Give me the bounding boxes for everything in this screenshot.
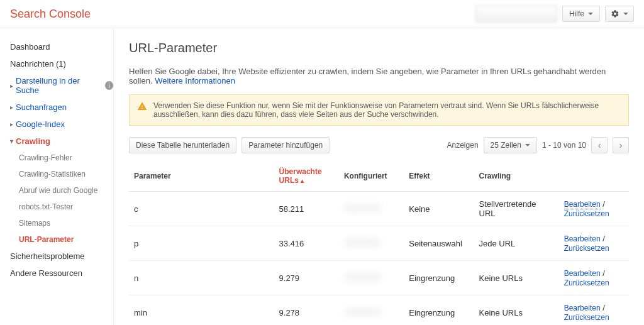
download-table-button[interactable]: Diese Tabelle herunterladen (129, 137, 236, 153)
parameters-table: Parameter Überwachte URLs Konfiguriert E… (129, 161, 629, 325)
settings-button[interactable] (605, 6, 634, 22)
cell-effect: Keine (404, 192, 474, 226)
page-title: URL-Parameter (129, 41, 629, 55)
cell-configured (339, 261, 404, 295)
cell-effect: Eingrenzung (404, 261, 474, 295)
cell-crawling: Stellvertretende URL (474, 192, 559, 226)
pagination-text: 1 - 10 von 10 (542, 141, 586, 150)
edit-link[interactable]: Bearbeiten (564, 234, 601, 243)
cell-param: c (129, 192, 274, 226)
cell-param: min (129, 295, 274, 326)
cell-param: n (129, 261, 274, 295)
table-row: n9.279EingrenzungKeine URLsBearbeiten / … (129, 261, 629, 295)
nav-other-resources[interactable]: Andere Ressourcen (10, 265, 113, 282)
help-button[interactable]: Hilfe (562, 6, 600, 22)
nav-appearance[interactable]: Darstellung in der Suchei (10, 72, 113, 99)
nav-url-parameters[interactable]: URL-Parameter (19, 231, 113, 248)
nav-fetch-as-google[interactable]: Abruf wie durch Google (19, 182, 113, 199)
cell-configured (339, 192, 404, 226)
cell-urls: 9.279 (274, 261, 339, 295)
nav-crawling[interactable]: Crawling (10, 133, 113, 150)
col-effect[interactable]: Effekt (404, 161, 474, 192)
cell-configured (339, 295, 404, 326)
nav-sitemaps[interactable]: Sitemaps (19, 215, 113, 231)
edit-link[interactable]: Bearbeiten (564, 200, 601, 209)
reset-link[interactable]: Zurücksetzen (564, 244, 609, 253)
cell-urls: 9.278 (274, 295, 339, 326)
cell-crawling: Jede URL (474, 226, 559, 261)
site-selector[interactable] (475, 5, 557, 23)
table-row: min9.278EingrenzungKeine URLsBearbeiten … (129, 295, 629, 326)
rows-per-page-select[interactable]: 25 Zeilen (484, 137, 537, 153)
cell-actions: Bearbeiten / Zurücksetzen (559, 192, 629, 226)
header: Search Console Hilfe (0, 0, 644, 28)
toolbar: Diese Tabelle herunterladen Parameter hi… (129, 137, 629, 153)
nav-google-index[interactable]: Google-Index (10, 116, 113, 133)
logo: Search Console (10, 8, 91, 21)
reset-link[interactable]: Zurücksetzen (564, 209, 609, 218)
nav-crawl-errors[interactable]: Crawling-Fehler (19, 150, 113, 166)
show-label: Anzeigen (447, 141, 479, 150)
nav-security[interactable]: Sicherheitsprobleme (10, 248, 113, 265)
gear-icon (611, 9, 619, 18)
warning-alert: Verwenden Sie diese Funktion nur, wenn S… (129, 94, 629, 126)
cell-urls: 58.211 (274, 192, 339, 226)
cell-crawling: Keine URLs (474, 261, 559, 295)
nav-messages[interactable]: Nachrichten (1) (10, 55, 113, 72)
edit-link[interactable]: Bearbeiten (564, 269, 601, 278)
page-description: Helfen Sie Google dabei, Ihre Website ef… (129, 67, 629, 85)
sidebar: Dashboard Nachrichten (1) Darstellung in… (0, 28, 113, 325)
table-row: c58.211KeineStellvertretende URLBearbeit… (129, 192, 629, 226)
nav-search-queries[interactable]: Suchanfragen (10, 99, 113, 116)
main-content: URL-Parameter Helfen Sie Google dabei, I… (113, 28, 644, 325)
cell-urls: 33.416 (274, 226, 339, 261)
warning-icon (137, 101, 147, 111)
edit-link[interactable]: Bearbeiten (564, 304, 601, 312)
prev-page-button[interactable]: ‹ (591, 137, 608, 153)
col-crawling[interactable]: Crawling (474, 161, 559, 192)
reset-link[interactable]: Zurücksetzen (564, 278, 609, 287)
reset-link[interactable]: Zurücksetzen (564, 313, 609, 322)
cell-actions: Bearbeiten / Zurücksetzen (559, 226, 629, 261)
cell-param: p (129, 226, 274, 261)
cell-actions: Bearbeiten / Zurücksetzen (559, 295, 629, 326)
nav-dashboard[interactable]: Dashboard (10, 38, 113, 55)
table-row: p33.416SeitenauswahlJede URLBearbeiten /… (129, 226, 629, 261)
add-parameter-button[interactable]: Parameter hinzufügen (242, 137, 330, 153)
cell-effect: Eingrenzung (404, 295, 474, 326)
info-icon: i (105, 81, 113, 90)
next-page-button[interactable]: › (613, 137, 629, 153)
more-info-link[interactable]: Weitere Informationen (155, 76, 235, 85)
cell-actions: Bearbeiten / Zurücksetzen (559, 261, 629, 295)
col-parameter[interactable]: Parameter (129, 161, 274, 192)
nav-crawl-stats[interactable]: Crawling-Statistiken (19, 166, 113, 182)
nav-robots-tester[interactable]: robots.txt-Tester (19, 199, 113, 215)
cell-configured (339, 226, 404, 261)
col-monitored-urls[interactable]: Überwachte URLs (274, 161, 339, 192)
cell-crawling: Keine URLs (474, 295, 559, 326)
col-configured[interactable]: Konfiguriert (339, 161, 404, 192)
cell-effect: Seitenauswahl (404, 226, 474, 261)
